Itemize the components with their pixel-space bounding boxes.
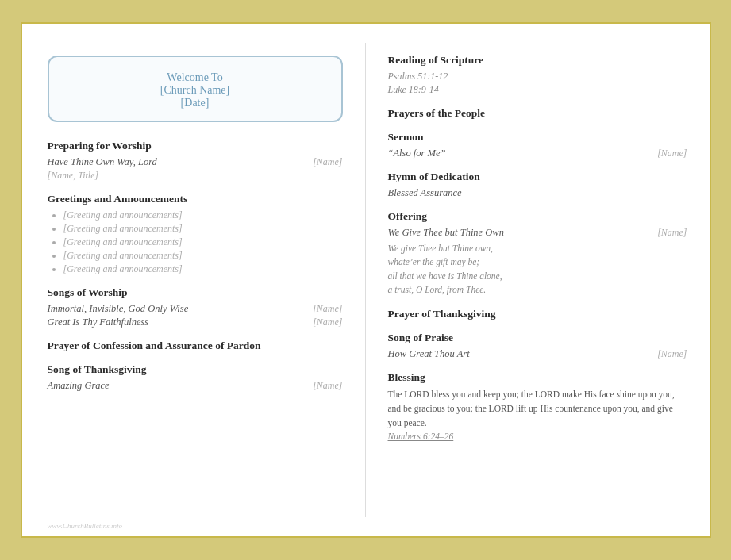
list-item: [Greeting and announcements] [63, 263, 343, 275]
offering-line3: all that we have is Thine alone, [388, 271, 502, 281]
footer: www.ChurchBulletins.info [48, 522, 123, 530]
scripture-ref1: Psalms 51:1-12 [388, 71, 687, 82]
song-praise-name: [Name] [657, 348, 687, 360]
prayer-thanksgiving-heading: Prayer of Thanksgiving [388, 308, 687, 320]
offering-song: We Give Thee but Thine Own [388, 227, 504, 239]
thanksgiving-song: Amazing Grace [48, 380, 110, 392]
right-column: Reading of Scripture Psalms 51:1-12 Luke… [366, 43, 710, 517]
song-praise-heading: Song of Praise [388, 332, 687, 344]
prayer-confession-heading: Prayer of Confession and Assurance of Pa… [48, 339, 343, 352]
preparing-name: [Name] [313, 156, 342, 168]
left-column: Welcome To [Church Name] [Date] Preparin… [22, 43, 366, 517]
blessing-body: The LORD bless you and keep you; the LOR… [388, 389, 675, 428]
reading-heading: Reading of Scripture [388, 54, 687, 67]
thanksgiving-song-row: Amazing Grace [Name] [48, 380, 343, 392]
blessing-heading: Blessing [388, 371, 687, 384]
sermon-name: [Name] [657, 148, 687, 159]
offering-line4: a trust, O Lord, from Thee. [388, 285, 487, 294]
song-praise-row: How Great Thou Art [Name] [388, 348, 687, 360]
songs-worship-row1: Immortal, Invisible, God Only Wise [Name… [48, 303, 343, 315]
greetings-list: [Greeting and announcements] [Greeting a… [48, 209, 343, 275]
blessing-ref: Numbers 6:24–26 [388, 432, 454, 441]
greetings-heading: Greetings and Announcements [48, 193, 343, 205]
songs-worship-heading: Songs of Worship [48, 286, 343, 299]
hymn-row: Blessed Assurance [388, 187, 687, 199]
offering-line2: whate’er the gift may be; [388, 257, 480, 267]
hymn-heading: Hymn of Dedication [388, 171, 687, 183]
list-item: [Greeting and announcements] [63, 223, 343, 235]
songs-worship-song2: Great Is Thy Faithfulness [48, 316, 149, 328]
offering-name: [Name] [657, 227, 687, 239]
welcome-church: [Church Name] [65, 84, 325, 97]
list-item: [Greeting and announcements] [63, 250, 343, 262]
preparing-song-title: Have Thine Own Way, Lord [48, 156, 157, 168]
thanksgiving-name: [Name] [313, 380, 342, 392]
song-praise-title: How Great Thou Art [388, 348, 470, 360]
blessing-text: The LORD bless you and keep you; the LOR… [388, 388, 687, 444]
hymn-title: Blessed Assurance [388, 187, 462, 199]
songs-worship-row2: Great Is Thy Faithfulness [Name] [48, 316, 343, 328]
offering-row: We Give Thee but Thine Own [Name] [388, 227, 687, 239]
songs-worship-song1: Immortal, Invisible, God Only Wise [48, 303, 189, 315]
song-thanksgiving-heading: Song of Thanksgiving [48, 363, 343, 376]
scripture-ref2: Luke 18:9-14 [388, 84, 687, 96]
sermon-row: “Also for Me” [Name] [388, 148, 687, 159]
list-item: [Greeting and announcements] [63, 236, 343, 248]
prayers-people-heading: Prayers of the People [388, 107, 687, 120]
welcome-box: Welcome To [Church Name] [Date] [48, 56, 343, 122]
offering-line1: We give Thee but Thine own, [388, 244, 493, 253]
songs-worship-name1: [Name] [313, 303, 342, 315]
preparing-song-row: Have Thine Own Way, Lord [Name] [48, 156, 343, 168]
page-wrapper: Welcome To [Church Name] [Date] Preparin… [21, 22, 711, 538]
offering-text: We give Thee but Thine own, whate’er the… [388, 242, 687, 297]
preparing-heading: Preparing for Worship [48, 140, 343, 152]
welcome-date: [Date] [65, 97, 325, 109]
offering-heading: Offering [388, 210, 687, 223]
sermon-heading: Sermon [388, 131, 687, 144]
preparing-sub: [Name, Title] [48, 170, 343, 182]
welcome-title: Welcome To [65, 71, 325, 84]
sermon-title: “Also for Me” [388, 148, 446, 159]
list-item: [Greeting and announcements] [63, 209, 343, 221]
songs-worship-name2: [Name] [313, 316, 342, 328]
